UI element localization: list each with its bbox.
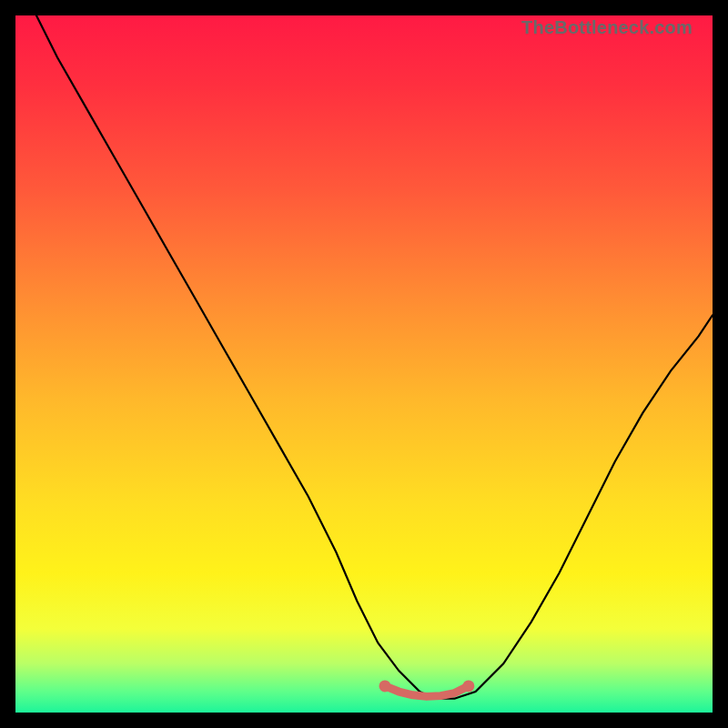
gradient-background (15, 15, 713, 713)
chart-frame: TheBottleneck.com (15, 15, 713, 713)
marker-dot (462, 680, 474, 692)
watermark-label: TheBottleneck.com (521, 17, 693, 38)
bottleneck-plot (15, 15, 713, 713)
marker-dot (379, 680, 390, 692)
